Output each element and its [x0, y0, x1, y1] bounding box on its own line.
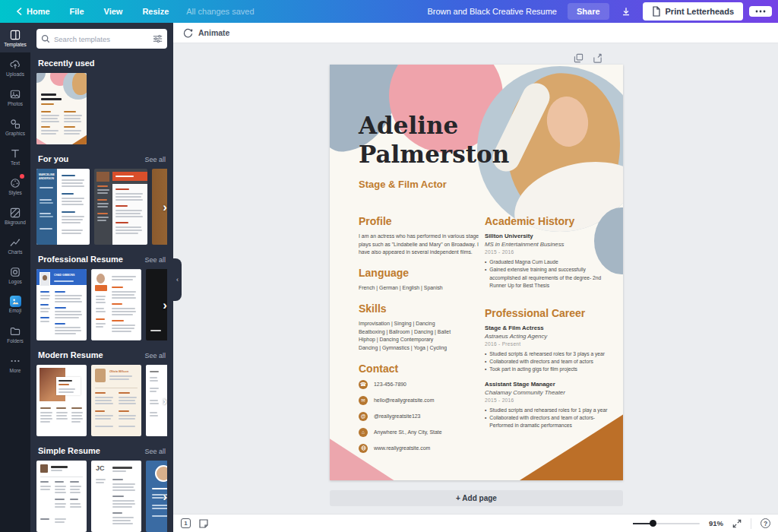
- template-thumbnail[interactable]: [36, 461, 87, 532]
- page-manager-icon[interactable]: 1: [181, 518, 191, 528]
- sidebar-item-logos[interactable]: Logos: [0, 260, 30, 290]
- carousel-next-button[interactable]: ›: [163, 394, 167, 407]
- more-options-button[interactable]: [749, 6, 772, 17]
- download-icon: [621, 6, 631, 17]
- carousel-next-button[interactable]: ›: [163, 490, 167, 503]
- zoom-level[interactable]: 91%: [709, 519, 723, 527]
- sidebar-item-uploads[interactable]: Uploads: [0, 52, 30, 82]
- canva-editor: Home File View Resize All changes saved …: [0, 0, 778, 532]
- sidebar-item-folders[interactable]: Folders: [0, 319, 30, 349]
- file-menu[interactable]: File: [60, 7, 94, 16]
- sidebar-item-templates[interactable]: Templates: [0, 23, 30, 52]
- graphics-icon: [9, 118, 21, 130]
- career-entry[interactable]: Stage & Film Actress Astraeus Acting Age…: [485, 325, 615, 374]
- carousel-next-button[interactable]: ›: [163, 299, 167, 312]
- globe-icon: [359, 444, 368, 453]
- animate-button[interactable]: Animate: [198, 28, 229, 37]
- zoom-slider-knob[interactable]: [650, 520, 656, 527]
- sidebar-rail: Templates Uploads Photos Graphics Text S…: [0, 23, 30, 532]
- template-thumbnail[interactable]: MARCELINE ANDERSON: [36, 169, 90, 245]
- print-letterheads-button[interactable]: Print Letterheads: [643, 2, 743, 21]
- home-icon: ⌂: [359, 428, 368, 437]
- skills-line[interactable]: Improvisation | Singing | Dancing: [359, 320, 480, 328]
- thumbnail-name: CHAD GIBBONS: [54, 274, 77, 277]
- profile-heading[interactable]: Profile: [359, 215, 480, 227]
- sidebar-item-more[interactable]: More: [0, 349, 30, 378]
- career-heading[interactable]: Professional Career: [485, 307, 615, 319]
- see-all-simple[interactable]: See all: [144, 448, 166, 455]
- duplicate-page-icon[interactable]: [574, 53, 584, 63]
- template-thumbnail[interactable]: [94, 169, 147, 245]
- folders-icon: [9, 325, 21, 337]
- skills-line[interactable]: Dancing | Gymnastics | Yoga | Cycling: [359, 344, 480, 353]
- fullscreen-icon[interactable]: [732, 519, 742, 528]
- download-button[interactable]: [615, 2, 637, 21]
- notes-icon[interactable]: [198, 518, 209, 529]
- home-button[interactable]: Home: [6, 7, 60, 16]
- template-thumbnail-adeline-resume[interactable]: [36, 73, 87, 144]
- see-all-for-you[interactable]: See all: [144, 156, 166, 163]
- resume-name[interactable]: Adeline Palmerston: [359, 112, 533, 169]
- academic-heading[interactable]: Academic History: [485, 215, 615, 227]
- skills-line[interactable]: Beatboxing | Ballroom | Dancing | Ballet: [359, 328, 480, 337]
- profile-body[interactable]: I am an actress who has performed in var…: [359, 233, 480, 257]
- contact-row[interactable]: @ @reallygreatsite123: [359, 412, 480, 421]
- home-label: Home: [27, 7, 50, 16]
- search-icon: [41, 34, 50, 43]
- document-title[interactable]: Brown and Black Creative Resume: [427, 7, 557, 16]
- page-actions: [574, 53, 602, 63]
- section-title-modern: Modern Resume: [38, 350, 103, 359]
- sidebar-item-background[interactable]: Bkground: [0, 201, 30, 230]
- skills-heading[interactable]: Skills: [359, 302, 480, 315]
- contact-row[interactable]: ☎ 123-456-7890: [359, 380, 480, 389]
- sidebar-item-photos[interactable]: Photos: [0, 82, 30, 112]
- resize-menu[interactable]: Resize: [132, 7, 179, 16]
- sidebar-item-graphics[interactable]: Graphics: [0, 112, 30, 141]
- language-body[interactable]: French | German | English | Spanish: [359, 284, 480, 293]
- contact-heading[interactable]: Contact: [359, 363, 480, 375]
- academic-entry[interactable]: Sillton University MS in Entertainment B…: [485, 233, 615, 290]
- help-icon[interactable]: ?: [761, 518, 770, 528]
- search-bar: [36, 29, 167, 49]
- template-thumbnail[interactable]: CHAD GIBBONS: [36, 269, 87, 340]
- save-status: All changes saved: [179, 7, 261, 16]
- zoom-slider[interactable]: [633, 523, 700, 524]
- text-icon: [9, 147, 21, 160]
- template-thumbnail[interactable]: JC: [91, 461, 141, 532]
- design-page[interactable]: Adeline Palmerston Stage & Film Actor Pr…: [330, 65, 623, 480]
- animate-icon: [182, 27, 194, 39]
- share-page-icon[interactable]: [593, 53, 602, 63]
- add-page-button[interactable]: + Add page: [330, 490, 623, 506]
- thumbnail-name: MARCELINE ANDERSON: [39, 173, 55, 180]
- contact-row[interactable]: www.reallygreatsite.com: [359, 444, 480, 453]
- contact-row[interactable]: ⌂ Anywhere St., Any City, State: [359, 428, 480, 437]
- view-menu[interactable]: View: [94, 7, 133, 16]
- resume-right-column: Academic History Sillton University MS i…: [485, 215, 615, 437]
- template-thumbnail[interactable]: [91, 269, 141, 340]
- template-thumbnail[interactable]: [36, 365, 87, 436]
- phone-icon: ☎: [359, 380, 368, 389]
- share-button[interactable]: Share: [568, 3, 609, 20]
- resume-job-title[interactable]: Stage & Film Actor: [359, 179, 447, 190]
- sidebar-item-text[interactable]: Text: [0, 141, 30, 171]
- career-entry[interactable]: Assistant Stage Manager Chalamay Communi…: [485, 381, 615, 430]
- skills-line[interactable]: Hiphop | Dancing Contemporary: [359, 336, 480, 344]
- template-thumbnail[interactable]: Olivia Wilson: [91, 365, 141, 436]
- filter-icon[interactable]: [153, 34, 163, 43]
- uploads-icon: [9, 59, 21, 71]
- emoji-icon: [10, 296, 21, 307]
- thumbnail-monogram: JC: [96, 464, 105, 472]
- sidebar-item-emoji[interactable]: Emoji: [0, 290, 30, 319]
- panel-collapse-button[interactable]: ‹: [173, 258, 182, 301]
- styles-icon: [9, 177, 21, 189]
- sidebar-item-styles[interactable]: Styles: [0, 171, 30, 201]
- see-all-professional[interactable]: See all: [144, 256, 166, 264]
- language-heading[interactable]: Language: [359, 267, 480, 279]
- carousel-next-button[interactable]: ›: [163, 201, 167, 214]
- see-all-modern[interactable]: See all: [144, 352, 166, 359]
- templates-panel: Recently used F: [30, 23, 173, 532]
- search-input[interactable]: [54, 35, 149, 43]
- contact-row[interactable]: ✉ hello@reallygreatsite.com: [359, 396, 480, 405]
- sidebar-item-charts[interactable]: Charts: [0, 230, 30, 260]
- more-icon: [9, 355, 21, 367]
